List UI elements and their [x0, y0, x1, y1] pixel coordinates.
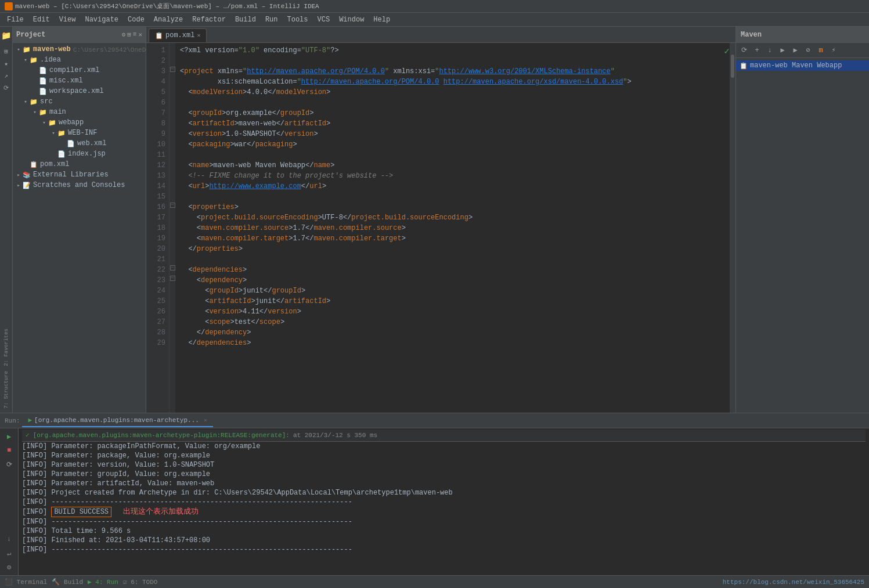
- tree-item-workspace-xml[interactable]: 📄 workspace.xml: [13, 86, 146, 96]
- maven-m-btn[interactable]: m: [815, 45, 827, 56]
- scratch-icon: 📝: [22, 181, 31, 190]
- tree-item-src[interactable]: ▾ 📁 src: [13, 96, 146, 107]
- project-panel: Project ⚙ ⊞ ≡ ✕ ▾ 📁 maven-web C:\Users\2…: [13, 27, 146, 413]
- tree-item-web-xml[interactable]: 📄 web.xml: [13, 138, 146, 149]
- tab-pom-xml[interactable]: 📋 pom.xml ✕: [149, 28, 207, 42]
- run-settings-btn[interactable]: ⚙: [3, 561, 15, 573]
- status-run[interactable]: ▶ 4: Run: [88, 578, 118, 586]
- panel-expand-icon[interactable]: ⊞: [127, 31, 131, 38]
- sidebar-btn-favorites[interactable]: 2: Favorites: [2, 327, 11, 368]
- code-line-3: <project xmlns="http://maven.apache.org/…: [180, 66, 725, 77]
- maven-debug-btn[interactable]: ▶: [789, 45, 801, 56]
- menu-vcs[interactable]: VCS: [313, 15, 335, 25]
- tree-item-webinf[interactable]: ▾ 📁 WEB-INF: [13, 128, 146, 138]
- status-bar: ⬛ Terminal 🔨 Build ▶ 4: Run ☑ 6: TODO ht…: [0, 575, 869, 588]
- sidebar-project-icon[interactable]: 📁: [0, 29, 13, 42]
- status-terminal[interactable]: ⬛ Terminal: [5, 578, 47, 586]
- code-line-8: <artifactId>maven-web</artifactId>: [180, 118, 725, 129]
- code-line-25: <artifactId>junit</artifactId>: [180, 296, 725, 306]
- tree-item-compiler-xml[interactable]: 📄 compiler.xml: [13, 65, 146, 75]
- maven-execute-btn[interactable]: ⚡: [828, 45, 839, 56]
- output-line-11: [INFO] Finished at: 2021-03-04T11:43:57+…: [22, 536, 866, 545]
- menu-help[interactable]: Help: [369, 15, 395, 25]
- fold-icon-3[interactable]: −: [170, 67, 175, 72]
- maven-project-item[interactable]: 📋 maven-web Maven Webapp: [736, 60, 869, 71]
- menu-window[interactable]: Window: [334, 15, 369, 25]
- panel-settings-icon[interactable]: ⚙: [122, 31, 126, 38]
- fold-icon-22[interactable]: −: [170, 265, 175, 270]
- tree-item-ext-libs[interactable]: ▸ 📚 External Libraries: [13, 169, 146, 180]
- fold-icon-16[interactable]: −: [170, 203, 175, 208]
- tree-arrow: ▾: [50, 130, 57, 136]
- menu-code[interactable]: Code: [123, 15, 149, 25]
- editor-content: 1 2 3 4 5 6 7 8 9 10 11 12 13 14 15 16 1…: [146, 43, 735, 413]
- code-line-12: <name>maven-web Maven Webapp</name>: [180, 160, 725, 171]
- menu-run[interactable]: Run: [261, 15, 283, 25]
- maven-run-btn[interactable]: ▶: [777, 45, 788, 56]
- tree-arrow: ▾: [22, 99, 29, 105]
- menu-tools[interactable]: Tools: [283, 15, 313, 25]
- tab-close-btn[interactable]: ✕: [197, 32, 200, 39]
- menu-file[interactable]: File: [2, 15, 28, 25]
- run-play-btn[interactable]: ▶: [3, 431, 15, 442]
- run-rerun-btn[interactable]: ⟳: [3, 459, 15, 470]
- run-filter-btn[interactable]: ↵: [3, 547, 15, 559]
- tree-item-scratches[interactable]: ▸ 📝 Scratches and Consoles: [13, 180, 146, 190]
- code-area[interactable]: <?xml version="1.0" encoding="UTF-8"?> <…: [175, 43, 730, 413]
- sidebar-btn-structure[interactable]: 7: Structure: [2, 369, 11, 410]
- project-tree: ▾ 📁 maven-web C:\Users\29542\OneDrive\桌面…: [13, 43, 146, 413]
- run-tab-label: [org.apache.maven.plugins:maven-archetyp…: [34, 417, 199, 424]
- menu-edit[interactable]: Edit: [28, 15, 55, 25]
- tab-run[interactable]: ▶ [org.apache.maven.plugins:maven-archet…: [22, 414, 213, 427]
- menu-navigate[interactable]: Navigate: [80, 15, 123, 25]
- maven-refresh-btn[interactable]: ⟳: [738, 45, 750, 56]
- sidebar-btn-4[interactable]: ⟳: [2, 82, 10, 93]
- code-line-7: <groupId>org.example</groupId>: [180, 108, 725, 118]
- maven-download-btn[interactable]: ↓: [764, 45, 776, 56]
- tree-label: misc.xml: [49, 77, 83, 85]
- output-line-10: [INFO] Total time: 9.566 s: [22, 526, 866, 536]
- success-checkmark: ✓: [26, 431, 30, 440]
- code-line-2: [180, 56, 725, 66]
- maven-skip-tests-btn[interactable]: ⊘: [802, 45, 814, 56]
- output-line-4: [INFO] Parameter: groupId, Value: org.ex…: [22, 470, 866, 479]
- tree-label: web.xml: [77, 139, 106, 147]
- output-line-6: [INFO] Project created from Archetype in…: [22, 488, 866, 497]
- code-line-24: <groupId>junit</groupId>: [180, 286, 725, 296]
- sidebar-btn-2[interactable]: ★: [2, 58, 10, 69]
- menu-analyze[interactable]: Analyze: [149, 15, 187, 25]
- webapp-folder-icon: 📁: [48, 118, 57, 127]
- scrollbar-thumb[interactable]: [731, 55, 734, 78]
- tree-item-pom-xml[interactable]: 📋 pom.xml: [13, 159, 146, 169]
- menu-refactor[interactable]: Refactor: [187, 15, 230, 25]
- tree-item-misc-xml[interactable]: 📄 misc.xml: [13, 75, 146, 86]
- panel-close-icon[interactable]: ✕: [138, 31, 142, 38]
- status-todo[interactable]: ☑ 6: TODO: [123, 578, 157, 586]
- tree-item-main[interactable]: ▾ 📁 main: [13, 107, 146, 117]
- output-area[interactable]: ✓ [org.apache.maven.plugins:maven-archet…: [19, 428, 869, 575]
- status-build[interactable]: 🔨 Build: [52, 578, 83, 586]
- maven-add-btn[interactable]: +: [751, 45, 763, 56]
- code-line-22: <dependencies>: [180, 265, 725, 275]
- info-prefix: [INFO]: [22, 507, 51, 517]
- tree-item-maven-web[interactable]: ▾ 📁 maven-web C:\Users\29542\OneDrive\桌面…: [13, 44, 146, 55]
- tree-arrow: ▸: [15, 182, 22, 189]
- sidebar-btn-3[interactable]: ↗: [2, 70, 10, 81]
- sidebar-btn-1[interactable]: ⊞: [2, 46, 10, 57]
- panel-gear-icon[interactable]: ≡: [133, 31, 137, 38]
- xml-icon: 📄: [38, 76, 48, 85]
- tree-item-webapp[interactable]: ▾ 📁 webapp: [13, 117, 146, 128]
- maven-success-indicator: ✓: [724, 45, 730, 57]
- run-scroll-btn[interactable]: ↓: [3, 533, 15, 545]
- code-line-9: <version>1.0-SNAPSHOT</version>: [180, 129, 725, 139]
- run-stop-btn[interactable]: ■: [3, 445, 15, 456]
- menu-build[interactable]: Build: [230, 15, 261, 25]
- fold-icon-23[interactable]: −: [170, 276, 175, 281]
- tree-arrow: ▾: [41, 120, 48, 126]
- fold-gutter: − − − −: [170, 43, 175, 413]
- editor-scrollbar[interactable]: [730, 43, 735, 413]
- run-tab-close[interactable]: ✕: [204, 417, 207, 424]
- menu-view[interactable]: View: [55, 15, 81, 25]
- tree-item-idea[interactable]: ▾ 📁 .idea: [13, 55, 146, 65]
- tree-item-index-jsp[interactable]: 📄 index.jsp: [13, 149, 146, 159]
